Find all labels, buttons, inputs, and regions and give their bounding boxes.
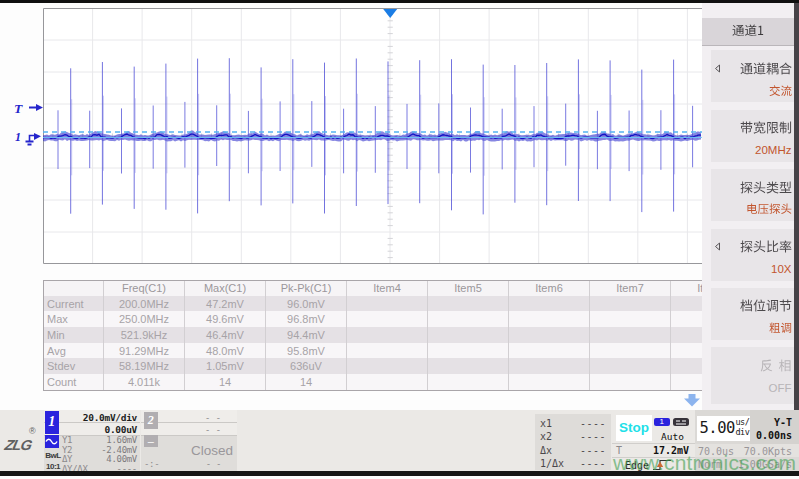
measure-cell: 250.0MHz xyxy=(104,311,185,327)
cursor-x-row: 1/Δx---- xyxy=(540,458,606,469)
scroll-more-arrow-icon[interactable] xyxy=(684,394,700,407)
menu-item-label xyxy=(712,62,792,78)
menu-item-expand-arrow-icon xyxy=(714,242,721,251)
cursor-x-row: x1---- xyxy=(540,418,606,429)
measure-cell: 14 xyxy=(266,374,347,390)
measure-cell xyxy=(509,296,590,312)
measure-cell xyxy=(509,374,590,390)
measure-cell: 96.8mV xyxy=(266,311,347,327)
measure-cell: 4.011k xyxy=(104,374,185,390)
measurement-table[interactable]: Freq(C1)Max(C1)Pk-Pk(C1)Item4Item5Item6I… xyxy=(43,280,702,390)
top-border-strip xyxy=(0,0,799,3)
run-state-box[interactable]: Stop xyxy=(616,415,652,442)
measure-col-header: Max(C1) xyxy=(185,280,266,296)
measure-cell: 200.0MHz xyxy=(104,296,185,312)
menu-item-4[interactable]: 10X xyxy=(711,229,794,281)
measure-col-header: Item6 xyxy=(509,280,590,296)
menu-item-value xyxy=(712,322,792,336)
channel1-status-block[interactable]: 1 BwL 10:1 20.0mV/div 0.00uV Y11.60mVY2-… xyxy=(44,410,140,471)
channel2-scale: - - xyxy=(205,413,221,423)
menu-item-value: 10X xyxy=(712,263,792,275)
menu-item-label xyxy=(712,240,792,256)
brand-logo: ZLG xyxy=(3,437,32,453)
measure-cell xyxy=(509,311,590,327)
measure-cell: 94.4mV xyxy=(266,327,347,343)
menu-item-label xyxy=(712,181,792,197)
measure-cell: 49.6mV xyxy=(185,311,266,327)
cursor-x-label: x2 xyxy=(540,431,552,442)
menu-item-expand-arrow-icon xyxy=(714,64,721,73)
measure-cell: 46.4mV xyxy=(185,327,266,343)
trigger-level-marker[interactable]: T xyxy=(13,99,43,116)
trigger-level-marker-label: T xyxy=(14,101,23,116)
menu-item-1[interactable] xyxy=(711,50,794,102)
watermark-text: www.cntronics.com xyxy=(613,451,796,475)
cursor-x-row: x2---- xyxy=(540,431,606,442)
measure-cell xyxy=(590,327,671,343)
measure-cell xyxy=(428,374,509,390)
measure-cell xyxy=(590,311,671,327)
measure-cell xyxy=(347,327,428,343)
menu-item-6[interactable]: OFF xyxy=(711,347,794,404)
cursor-x-value: ---- xyxy=(580,431,606,442)
channel2-status-block[interactable]: 2 – - - - - Closed -:- - - xyxy=(141,410,237,471)
menu-item-label xyxy=(712,299,792,315)
display-mode-zone: Y-T 0.00ns xyxy=(750,410,799,444)
channel1-position-arrow-icon xyxy=(34,133,41,140)
channel1-badge[interactable]: 1 xyxy=(45,411,60,434)
timebase-box[interactable]: 5.00 us/div xyxy=(697,416,750,441)
measure-row-avg: Avg91.29MHz48.0mV95.8mV xyxy=(43,343,702,359)
measure-cell xyxy=(347,296,428,312)
measure-cell xyxy=(590,358,671,374)
menu-item-label xyxy=(712,359,792,375)
cursor-x-label: Δx xyxy=(540,445,552,456)
measure-cell xyxy=(347,358,428,374)
measure-cell xyxy=(590,296,671,312)
measure-row-label: Stdev xyxy=(43,358,104,374)
measure-cell xyxy=(671,327,703,343)
measure-cell: 48.0mV xyxy=(185,343,266,359)
channel2-ratio: -:- xyxy=(144,460,159,469)
menu-item-value: OFF xyxy=(712,382,792,394)
cursor-x-row: Δx---- xyxy=(540,445,606,456)
measure-cell: 95.8mV xyxy=(266,343,347,359)
measure-col-rowlabel xyxy=(43,280,104,296)
trigger-source-badge[interactable]: 1 xyxy=(654,418,670,427)
cursor-x-value: ---- xyxy=(580,458,606,469)
channel2-badge[interactable]: 2 xyxy=(144,412,158,430)
menu-item-5[interactable] xyxy=(711,288,794,340)
measure-cell xyxy=(428,327,509,343)
channel1-offset: 0.00uV xyxy=(104,425,137,435)
measure-cell: 521.9kHz xyxy=(104,327,185,343)
cursor-x-value: ---- xyxy=(580,445,606,456)
ground-symbol-icon xyxy=(26,136,35,145)
measure-cell xyxy=(671,358,703,374)
cursor-x-label: 1/Δx xyxy=(540,458,564,469)
measure-cell xyxy=(347,343,428,359)
channel1-position-marker[interactable]: 1 xyxy=(15,127,43,147)
measure-col-header: Item4 xyxy=(347,280,428,296)
measure-row-current: Current200.0MHz47.2mV96.0mV xyxy=(43,296,702,312)
timebase-unit: us/div xyxy=(736,418,750,437)
menu-item-2[interactable]: 20MHz xyxy=(711,110,794,162)
measure-cell: 14 xyxy=(185,374,266,390)
cursor-x-value: ---- xyxy=(580,418,606,429)
sidebar-dark-edge xyxy=(794,3,799,410)
run-state-label: Stop xyxy=(619,420,649,435)
trigger-level-arrow-icon xyxy=(29,104,43,111)
measure-row-max: Max250.0MHz49.6mV96.8mV xyxy=(43,311,702,327)
measure-row-label: Max xyxy=(43,311,104,327)
channel2-extra: - - xyxy=(206,460,221,469)
channel2-state-label: Closed xyxy=(191,443,233,458)
channel-menu-sidebar: 20MHz10XOFF xyxy=(702,3,794,410)
measure-cell xyxy=(671,343,703,359)
channel1-marker-label: 1 xyxy=(15,130,21,144)
menu-item-value xyxy=(712,85,792,99)
trigger-mode-label[interactable]: Auto xyxy=(661,431,684,442)
trigger-delay-value: 0.00ns xyxy=(756,430,792,441)
measure-col-header: Item5 xyxy=(428,280,509,296)
menu-item-3[interactable] xyxy=(711,169,794,221)
menu-item-value xyxy=(712,203,792,217)
measure-cell xyxy=(428,358,509,374)
sidebar-menu-title xyxy=(702,18,794,46)
